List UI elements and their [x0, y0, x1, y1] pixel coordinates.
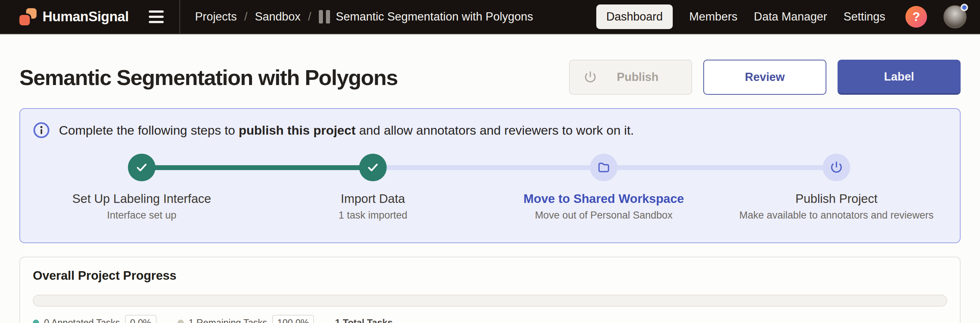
- legend-total-label: 1 Total Tasks: [335, 317, 393, 323]
- tab-members[interactable]: Members: [689, 10, 737, 24]
- page-title: Semantic Segmentation with Polygons: [19, 65, 398, 90]
- publish-steps-banner: Complete the following steps to publish …: [19, 108, 961, 243]
- avatar[interactable]: [943, 5, 967, 29]
- step-title: Publish Project: [713, 192, 959, 206]
- top-nav: HumanSignal Projects / Sandbox / Semanti…: [0, 0, 980, 34]
- humansignal-logo-icon: [19, 8, 37, 25]
- check-icon: [366, 160, 380, 175]
- banner-message-row: Complete the following steps to publish …: [33, 122, 960, 139]
- step-pending-circle[interactable]: [590, 154, 617, 181]
- review-button-label: Review: [745, 70, 785, 84]
- breadcrumb-projects[interactable]: Projects: [195, 10, 237, 24]
- help-icon[interactable]: ?: [905, 6, 927, 28]
- step-import-data: Import Data 1 task imported: [250, 154, 496, 221]
- step-move-to-shared-workspace: Move to Shared Workspace Move out of Per…: [480, 154, 727, 221]
- breadcrumb: Projects / Sandbox / Semantic Segmentati…: [195, 10, 533, 24]
- label-button[interactable]: Label: [838, 60, 961, 95]
- power-icon: [583, 70, 597, 84]
- progress-card-title: Overall Project Progress: [33, 269, 947, 283]
- annotated-percent-badge: 0.0%: [125, 315, 157, 323]
- breadcrumb-current-project: Semantic Segmentation with Polygons: [336, 10, 533, 24]
- brand-name: HumanSignal: [43, 9, 129, 25]
- tab-settings[interactable]: Settings: [843, 10, 885, 24]
- project-pause-icon: [319, 10, 330, 24]
- legend-remaining-label: 1 Remaining Tasks: [189, 317, 267, 323]
- tab-data-manager[interactable]: Data Manager: [754, 10, 827, 24]
- publish-stepper: Set Up Labeling Interface Interface set …: [20, 154, 960, 228]
- step-set-up-labeling-interface: Set Up Labeling Interface Interface set …: [19, 154, 265, 221]
- step-title-link[interactable]: Move to Shared Workspace: [480, 192, 727, 206]
- step-publish-project: Publish Project Make available to annota…: [713, 154, 959, 221]
- step-pending-circle: [822, 154, 850, 181]
- remaining-dot-icon: [178, 320, 184, 323]
- page-header: Semantic Segmentation with Polygons Publ…: [19, 60, 961, 95]
- breadcrumb-separator: /: [308, 10, 311, 24]
- annotated-dot-icon: [33, 320, 39, 323]
- hamburger-menu-icon[interactable]: [148, 8, 164, 25]
- step-subtitle: 1 task imported: [250, 210, 496, 221]
- step-complete-circle: [359, 154, 387, 181]
- help-question-mark: ?: [913, 10, 920, 24]
- step-complete-circle: [128, 154, 156, 181]
- presence-badge: [961, 4, 968, 11]
- step-title: Import Data: [250, 192, 496, 206]
- brand-logo[interactable]: HumanSignal: [19, 8, 129, 25]
- logo-square-dark: [19, 15, 30, 25]
- legend-annotated: 0 Annotated Tasks 0.0%: [33, 315, 157, 323]
- review-button[interactable]: Review: [703, 60, 826, 95]
- header-actions: Publish Review Label: [569, 60, 961, 95]
- step-subtitle: Make available to annotators and reviewe…: [713, 210, 959, 221]
- nav-menu: Dashboard Members Data Manager Settings …: [596, 5, 967, 29]
- overall-progress-card: Overall Project Progress 0 Annotated Tas…: [19, 256, 961, 323]
- progress-bar: [33, 294, 947, 307]
- step-subtitle: Move out of Personal Sandbox: [480, 210, 727, 221]
- info-icon: [33, 122, 50, 139]
- folder-icon: [597, 161, 611, 175]
- label-button-label: Label: [884, 70, 914, 84]
- breadcrumb-separator: /: [244, 10, 248, 24]
- step-title: Set Up Labeling Interface: [19, 192, 265, 206]
- breadcrumb-sandbox[interactable]: Sandbox: [255, 10, 301, 24]
- power-icon: [829, 161, 843, 175]
- remaining-percent-badge: 100.0%: [272, 315, 314, 323]
- step-subtitle: Interface set up: [19, 210, 265, 221]
- legend-remaining: 1 Remaining Tasks 100.0%: [178, 315, 314, 323]
- publish-button[interactable]: Publish: [569, 60, 692, 95]
- banner-message: Complete the following steps to publish …: [59, 123, 634, 138]
- nav-divider: [179, 0, 180, 33]
- check-icon: [134, 160, 149, 175]
- main-content: Semantic Segmentation with Polygons Publ…: [0, 60, 980, 323]
- legend-total: 1 Total Tasks: [335, 317, 393, 323]
- progress-legend: 0 Annotated Tasks 0.0% 1 Remaining Tasks…: [33, 315, 947, 323]
- legend-annotated-label: 0 Annotated Tasks: [44, 317, 120, 323]
- tab-dashboard[interactable]: Dashboard: [596, 5, 673, 29]
- publish-button-label: Publish: [597, 70, 678, 84]
